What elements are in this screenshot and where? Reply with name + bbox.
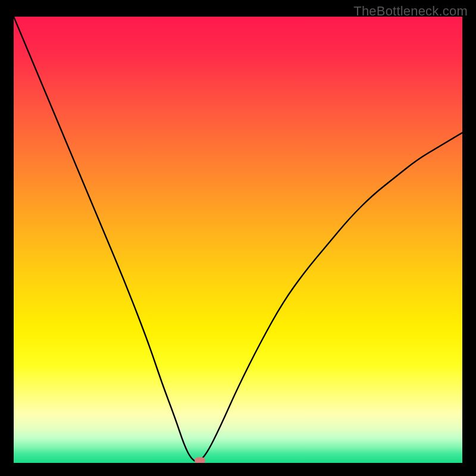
plot-area (14, 17, 462, 463)
optimal-point-marker (195, 458, 205, 463)
bottleneck-curve (14, 17, 462, 463)
watermark-text: TheBottleneck.com (353, 4, 468, 19)
